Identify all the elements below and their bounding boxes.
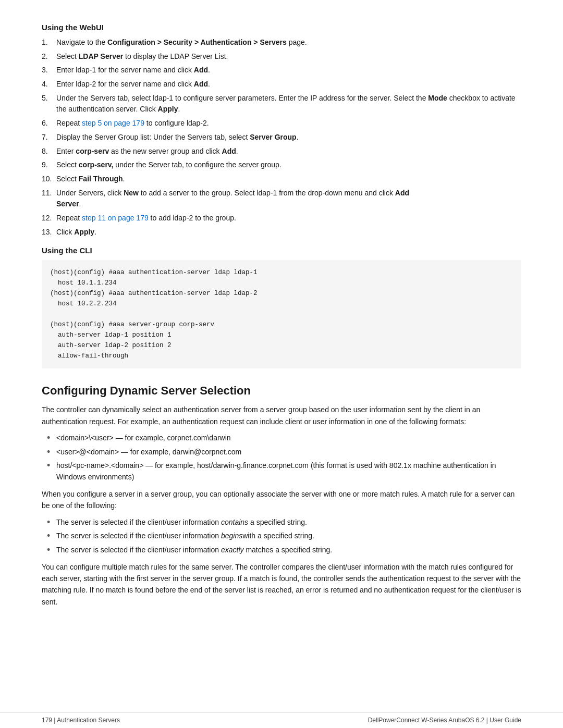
step-10: 10. Select Fail Through. — [42, 174, 521, 185]
dynamic-para2: When you configure a server in a server … — [42, 488, 521, 512]
match-bullet-1-content: The server is selected if the client/use… — [56, 517, 521, 528]
match-bullet-3-content: The server is selected if the client/use… — [56, 545, 521, 556]
step-1-bold: Configuration > Security > Authenticatio… — [107, 38, 287, 46]
step-5-bold1: Mode — [428, 94, 447, 102]
match-bullet-begins: • The server is selected if the client/u… — [47, 530, 521, 542]
step-6-num: 6. — [42, 118, 56, 129]
step-11-bold2: AddServer — [56, 189, 409, 208]
match-bullet-dot-3: • — [47, 545, 56, 556]
step-9: 9. Select corp-serv, under the Server ta… — [42, 159, 521, 171]
match-bullets-list: • The server is selected if the client/u… — [47, 517, 521, 556]
step-2: 2. Select LDAP Server to display the LDA… — [42, 51, 521, 63]
footer: 179 | Authentication Servers DellPowerCo… — [0, 712, 563, 728]
match-bullet-contains: • The server is selected if the client/u… — [47, 517, 521, 528]
step-13-content: Click Apply. — [56, 227, 521, 238]
step-7: 7. Display the Server Group list: Under … — [42, 132, 521, 143]
contains-italic: contains — [221, 518, 248, 526]
step-8: 8. Enter corp-serv as the new server gro… — [42, 146, 521, 157]
step-12-link[interactable]: step 11 on page 179 — [82, 214, 149, 222]
step-11-num: 11. — [42, 188, 56, 210]
bullet-user-at-domain: • <user>@<domain> — for example, darwin@… — [47, 447, 521, 458]
step-4-num: 4. — [42, 79, 56, 90]
step-12-num: 12. — [42, 213, 56, 224]
step-2-content: Select LDAP Server to display the LDAP S… — [56, 51, 521, 63]
match-bullet-exactly: • The server is selected if the client/u… — [47, 545, 521, 556]
step-13-bold: Apply — [74, 228, 94, 236]
step-9-num: 9. — [42, 159, 56, 171]
step-2-num: 2. — [42, 51, 56, 63]
step-6-link[interactable]: step 5 on page 179 — [82, 119, 144, 127]
step-12-content: Repeat step 11 on page 179 to add ldap-2… — [56, 213, 521, 224]
step-3: 3. Enter ldap-1 for the server name and … — [42, 65, 521, 76]
footer-left: 179 | Authentication Servers — [42, 717, 120, 724]
bullet-dot-3: • — [47, 460, 56, 472]
step-8-num: 8. — [42, 146, 56, 157]
step-4: 4. Enter ldap-2 for the server name and … — [42, 79, 521, 90]
footer-right: DellPowerConnect W-Series ArubaOS 6.2 | … — [368, 717, 521, 724]
match-bullet-dot-1: • — [47, 517, 56, 528]
step-5-content: Under the Servers tab, select ldap-1 to … — [56, 93, 521, 115]
step-9-content: Select corp-serv, under the Server tab, … — [56, 159, 521, 171]
step-13: 13. Click Apply. — [42, 227, 521, 238]
step-5-bold2: Apply — [158, 105, 178, 113]
step-4-content: Enter ldap-2 for the server name and cli… — [56, 79, 521, 90]
dynamic-para1: The controller can dynamically select an… — [42, 404, 521, 427]
step-1-num: 1. — [42, 37, 56, 48]
bullet-domain-user: • <domain>\<user> — for example, corpnet… — [47, 433, 521, 444]
begins-italic: begins — [221, 532, 242, 540]
bullet-1-content: <domain>\<user> — for example, corpnet.c… — [56, 433, 521, 444]
step-10-content: Select Fail Through. — [56, 174, 521, 185]
step-7-bold: Server Group — [250, 133, 296, 141]
step-8-bold2: Add — [222, 147, 236, 155]
step-1: 1. Navigate to the Configuration > Secur… — [42, 37, 521, 48]
step-12: 12. Repeat step 11 on page 179 to add ld… — [42, 213, 521, 224]
dynamic-para3: You can configure multiple match rules f… — [42, 561, 521, 608]
step-11: 11. Under Servers, click New to add a se… — [42, 188, 521, 210]
step-6: 6. Repeat step 5 on page 179 to configur… — [42, 118, 521, 129]
step-7-num: 7. — [42, 132, 56, 143]
format-bullets-list: • <domain>\<user> — for example, corpnet… — [47, 433, 521, 483]
step-13-num: 13. — [42, 227, 56, 238]
bullet-dot-2: • — [47, 447, 56, 458]
step-11-content: Under Servers, click New to add a server… — [56, 188, 521, 210]
bullet-3-content: host/<pc-name>.<domain> — for example, h… — [56, 460, 521, 483]
webui-heading: Using the WebUI — [42, 23, 521, 32]
match-bullet-dot-2: • — [47, 530, 56, 542]
step-3-bold: Add — [194, 66, 208, 74]
bullet-host-pcname: • host/<pc-name>.<domain> — for example,… — [47, 460, 521, 483]
step-8-content: Enter corp-serv as the new server group … — [56, 146, 521, 157]
step-11-bold1: New — [124, 189, 139, 197]
step-5: 5. Under the Servers tab, select ldap-1 … — [42, 93, 521, 115]
match-bullet-2-content: The server is selected if the client/use… — [56, 530, 521, 542]
bullet-2-content: <user>@<domain> — for example, darwin@co… — [56, 447, 521, 458]
cli-code-block: (host)(config) #aaa authentication-serve… — [42, 260, 521, 368]
step-6-content: Repeat step 5 on page 179 to configure l… — [56, 118, 521, 129]
step-10-bold: Fail Through — [79, 175, 123, 183]
bullet-dot-1: • — [47, 433, 56, 444]
step-8-bold1: corp-serv — [76, 147, 109, 155]
step-10-num: 10. — [42, 174, 56, 185]
step-5-num: 5. — [42, 93, 56, 115]
step-9-bold: corp-serv, — [79, 161, 114, 169]
webui-steps-list: 1. Navigate to the Configuration > Secur… — [42, 37, 521, 238]
step-2-bold: LDAP Server — [79, 52, 123, 60]
cli-heading: Using the CLI — [42, 246, 521, 255]
step-3-content: Enter ldap-1 for the server name and cli… — [56, 65, 521, 76]
step-7-content: Display the Server Group list: Under the… — [56, 132, 521, 143]
dynamic-section-title: Configuring Dynamic Server Selection — [42, 384, 521, 398]
exactly-italic: exactly — [221, 546, 244, 554]
step-4-bold: Add — [194, 80, 208, 88]
step-3-num: 3. — [42, 65, 56, 76]
step-1-content: Navigate to the Configuration > Security… — [56, 37, 521, 48]
